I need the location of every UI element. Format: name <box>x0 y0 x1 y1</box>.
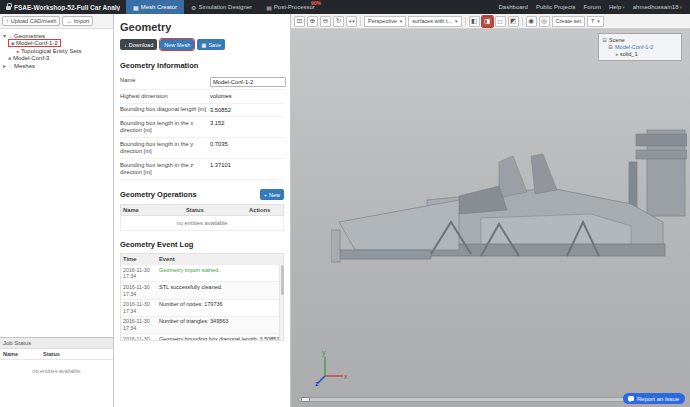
divider <box>522 17 523 26</box>
show-hidden-button[interactable]: ◉ <box>526 16 537 27</box>
info-row-z-length: Bounding box length in the z direction [… <box>120 159 284 180</box>
chevron-right-icon: ▸ <box>2 62 7 69</box>
axis-triad: y x z <box>315 349 349 387</box>
rotate-view-button[interactable]: ↻ <box>333 16 344 27</box>
chevron-down-icon: ▾ <box>597 18 600 24</box>
app-window: FSAE-Workshop-52-Full Car Analy... ▦ Mes… <box>0 0 690 407</box>
link-dashboard[interactable]: Dashboard <box>499 4 528 10</box>
tree-item-topological-entity-sets[interactable]: ● Topological Entity Sets <box>0 47 113 55</box>
chevron-down-icon: ▾ <box>455 18 458 24</box>
geometry-name-input[interactable] <box>210 77 286 87</box>
zoom-in-button[interactable]: ⊕ <box>307 16 318 27</box>
z-axis-label: z <box>315 379 319 387</box>
y-axis-label: y <box>322 349 326 357</box>
post-processor-icon: ▤ <box>266 4 272 11</box>
scene-root[interactable]: ⊟ Scene <box>602 36 678 43</box>
show-all-icon: □ <box>498 18 502 25</box>
filter-dropdown[interactable]: T ▾ <box>587 16 604 27</box>
geometry-panel: Geometry ↓ Download New Mesh ▣ Save Geom… <box>114 14 291 407</box>
tab-mesh-creator[interactable]: ▦ Mesh Creator <box>126 0 184 14</box>
event-log-header: Time Event <box>121 254 283 264</box>
tree-item-model-conf-3[interactable]: ■ Model-Conf-3 <box>0 55 113 63</box>
scrollbar-thumb[interactable] <box>281 265 284 295</box>
pan-view-button[interactable]: + ▾ <box>346 16 357 27</box>
upload-cad-button[interactable]: ↑ Upload CAD/mesh <box>2 16 60 26</box>
chat-bubble-icon <box>628 396 634 401</box>
eye-off-icon: ◎ <box>541 17 547 25</box>
invert-selection-icon: ◩ <box>510 17 516 25</box>
tree-open-icon: ⊟ <box>608 44 613 50</box>
rotate-icon: ↻ <box>336 17 341 25</box>
scene-solid-1[interactable]: ● solid_1 <box>602 50 678 57</box>
link-forum[interactable]: Forum <box>584 4 601 10</box>
report-issue-button[interactable]: Report an issue <box>623 393 685 404</box>
geometry-cube-icon: ■ <box>8 55 11 61</box>
selection-annotation: ■ Model-Conf-1-2 <box>8 39 61 47</box>
job-status-title: Job Status <box>0 338 113 349</box>
slider-handle[interactable] <box>301 397 310 402</box>
hide-selected-button[interactable]: ◎ <box>539 16 550 27</box>
download-button[interactable]: ↓ Download <box>120 39 157 50</box>
progress-badge: 90% <box>311 0 321 6</box>
info-row-y-length: Bounding box length in the y direction [… <box>120 138 284 159</box>
project-title: FSAE-Workshop-52-Full Car Analy... <box>14 4 120 11</box>
hide-face-button[interactable]: ◨ <box>482 16 493 27</box>
front-wing <box>331 250 431 259</box>
chevron-down-icon: ▾ <box>679 4 682 10</box>
download-icon: ↓ <box>124 42 127 48</box>
new-operation-button[interactable]: + New <box>260 189 284 200</box>
sidebar-toolbar: ↑ Upload CAD/mesh → Import <box>0 14 113 29</box>
select-face-button[interactable]: ◧ <box>469 16 480 27</box>
divider <box>465 17 466 26</box>
show-all-button[interactable]: □ <box>495 16 506 27</box>
project-breadcrumb[interactable]: FSAE-Workshop-52-Full Car Analy... <box>0 4 126 11</box>
roll-hoop <box>499 156 527 198</box>
mesh-creator-icon: ▦ <box>133 4 139 11</box>
zoom-out-button[interactable]: ⊖ <box>320 16 331 27</box>
scene-model-conf-1-2[interactable]: ⊟ Model-Conf-1-2 <box>602 43 678 50</box>
user-menu[interactable]: ahmedhussain18 ▾ <box>633 4 682 10</box>
name-row: Name <box>120 74 284 90</box>
save-button[interactable]: ▣ Save <box>197 39 225 50</box>
page-title: Geometry <box>120 21 284 33</box>
section-geometry-operations: Geometry Operations <box>120 190 197 199</box>
import-button[interactable]: → Import <box>62 16 93 26</box>
table-row: 2016-11-30 17:34 Number of triangles: 34… <box>121 316 283 333</box>
viewport-toolbar: ⊡ ⊕ ⊖ ↻ + ▾ Perspective ▾ surfaces with … <box>291 14 690 29</box>
tree-item-meshes[interactable]: ▸ ○ Meshes <box>0 62 113 70</box>
new-mesh-button[interactable]: New Mesh <box>160 39 194 50</box>
zoom-in-icon: ⊕ <box>310 17 315 25</box>
car-model[interactable] <box>331 126 687 298</box>
event-log-scrollbar[interactable] <box>279 264 283 340</box>
mesh-icon: ○ <box>9 63 12 69</box>
create-set-button[interactable]: Create set <box>552 16 585 27</box>
link-public-projects[interactable]: Public Projects <box>536 4 576 10</box>
tree-item-model-conf-1-2[interactable]: ■ Model-Conf-1-2 <box>0 40 113 48</box>
job-status-panel: Job Status Name Status no entities avail… <box>0 337 113 407</box>
event-log-body: 2016-11-30 17:34 Geometry import started… <box>121 264 283 340</box>
info-row-dimension: Highest dimension volumes <box>120 90 284 104</box>
geometry-tree: ▾ ⌂ Geometries ■ Model-Conf-1-2 ● Topolo… <box>0 29 113 337</box>
tab-simulation-designer[interactable]: ⚙ Simulation Designer <box>184 0 259 14</box>
info-row-diagonal: Bounding box diagonal length [m] 3.50852 <box>120 104 284 118</box>
workbench-tabs: ▦ Mesh Creator ⚙ Simulation Designer ▤ P… <box>126 0 322 14</box>
job-status-empty: no entities available <box>0 360 113 382</box>
plus-icon: + <box>264 192 267 198</box>
fit-view-button[interactable]: ⊡ <box>294 16 305 27</box>
invert-selection-button[interactable]: ◩ <box>508 16 519 27</box>
chevron-down-icon: ▾ <box>400 18 403 24</box>
topbar-links: Dashboard Public Projects Forum Help ▾ a… <box>499 4 690 10</box>
projection-dropdown[interactable]: Perspective ▾ <box>364 16 406 27</box>
render-mode-dropdown[interactable]: surfaces with t... ▾ <box>408 16 461 27</box>
3d-viewport[interactable]: ⊡ ⊕ ⊖ ↻ + ▾ Perspective ▾ surfaces with … <box>291 14 690 407</box>
chevron-down-icon: ▾ <box>352 18 355 24</box>
table-row: 2016-11-30 17:34 Geometry import started… <box>121 264 283 281</box>
x-axis-label: x <box>344 373 348 380</box>
lock-icon <box>6 6 11 10</box>
section-geometry-event-log: Geometry Event Log <box>120 240 284 249</box>
operations-table-header: Name Status Actions <box>120 204 284 216</box>
help-menu[interactable]: Help ▾ <box>609 4 625 10</box>
info-row-x-length: Bounding box length in the x direction [… <box>120 117 284 138</box>
import-icon: → <box>66 18 72 24</box>
shark-fin <box>531 154 557 194</box>
